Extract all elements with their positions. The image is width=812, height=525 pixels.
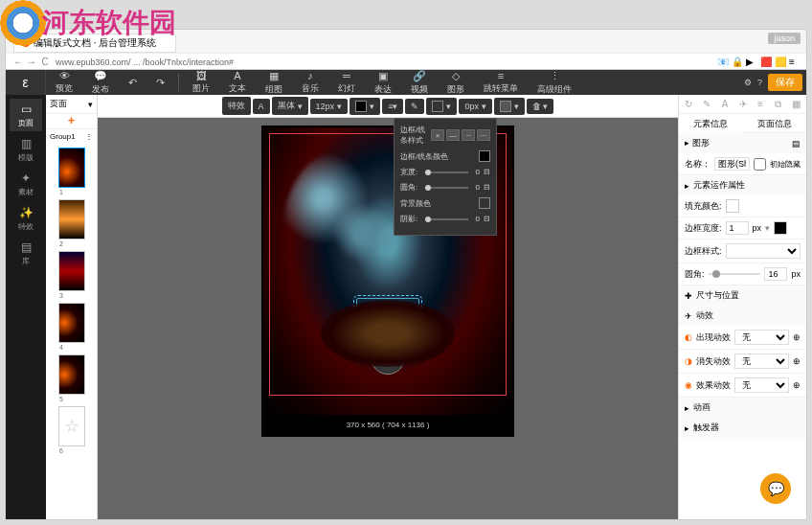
forward-button[interactable]: → <box>25 57 38 67</box>
page-thumb[interactable] <box>58 199 85 240</box>
radius-slider[interactable] <box>709 273 761 275</box>
tab-element-info[interactable]: 元素信息 <box>679 114 743 133</box>
list-icon[interactable]: ≡ <box>757 99 763 109</box>
insert-menu-button[interactable]: ≡跳转菜单 <box>474 70 528 95</box>
insert-video-button[interactable]: 🔗视频 <box>401 70 438 96</box>
add-icon[interactable]: ⊕ <box>793 380 801 390</box>
page-thumb[interactable] <box>58 148 85 188</box>
browser-tab[interactable]: 编辑版式文档 · 后台管理系统 <box>13 34 176 53</box>
border-style-select[interactable] <box>726 243 801 259</box>
add-icon[interactable]: ⊕ <box>793 332 801 342</box>
stepper-icon[interactable]: ⊟ <box>484 168 490 176</box>
ext-icon[interactable]: ▶ <box>746 57 757 68</box>
radius-input[interactable] <box>764 267 787 281</box>
align-button[interactable]: ≡▾ <box>382 99 403 114</box>
ext-icon[interactable]: 🟨 <box>775 57 786 68</box>
anim-hide-select[interactable]: 无 <box>734 354 789 369</box>
font-icon-button[interactable]: A <box>253 99 270 114</box>
rail-library[interactable]: ▤库 <box>10 237 42 269</box>
style-solid[interactable]: — <box>446 129 460 141</box>
insert-shape-button[interactable]: ◇图形 <box>438 70 474 96</box>
layer-button[interactable]: 🗑 ▾ <box>527 99 554 114</box>
stepper-icon[interactable]: ⊟ <box>484 215 490 223</box>
stepper-icon[interactable]: ⊟ <box>484 183 490 192</box>
reload-button[interactable]: C <box>38 57 52 67</box>
font-color[interactable]: ▾ <box>350 98 380 115</box>
section-shape[interactable]: ▸ 图形▤ <box>679 133 806 153</box>
insert-gallery-button[interactable]: ▦组图 <box>256 70 292 96</box>
back-button[interactable]: ← <box>11 57 25 67</box>
url-field[interactable]: www.epub360.com/ ... /book/Tnlxc/interac… <box>52 57 717 67</box>
stroke-color[interactable]: ▾ <box>426 98 457 115</box>
copy-icon[interactable]: ⧉ <box>775 99 781 110</box>
add-icon[interactable]: ⊕ <box>793 356 801 366</box>
ext-icon[interactable]: 🔒 <box>732 57 743 68</box>
page-thumb[interactable]: ☆ <box>58 406 85 446</box>
fill-swatch[interactable] <box>726 199 739 213</box>
text-icon[interactable]: A <box>722 99 729 109</box>
border-color-swatch[interactable] <box>774 221 787 235</box>
collapse-icon[interactable]: ▤ <box>792 139 801 148</box>
page-thumb[interactable] <box>58 303 85 343</box>
grid-icon[interactable]: ▦ <box>792 99 801 109</box>
insert-text-button[interactable]: A文本 <box>219 70 256 95</box>
rail-pages[interactable]: ▭页面 <box>10 99 42 131</box>
insert-advanced-button[interactable]: ⋮高级组件 <box>528 70 581 96</box>
refresh-icon[interactable]: ↻ <box>685 99 692 109</box>
edit-icon[interactable]: ✎ <box>703 99 710 109</box>
anim-fx-select[interactable]: 无 <box>734 377 789 393</box>
fingerprint-icon[interactable] <box>371 340 405 375</box>
tab-page-info[interactable]: 页面信息 <box>743 114 807 132</box>
font-size-select[interactable]: 12px ▾ <box>310 99 349 114</box>
width-slider[interactable] <box>425 171 467 173</box>
page-thumb[interactable] <box>58 354 85 395</box>
stroke-width[interactable]: 0px ▾ <box>459 99 492 114</box>
style-dotted[interactable]: ⋯ <box>477 129 490 141</box>
preview-button[interactable]: 👁预览 <box>46 70 82 95</box>
ext-icon[interactable]: 🟥 <box>760 57 772 68</box>
hidden-checkbox[interactable] <box>754 158 766 171</box>
section-size-pos[interactable]: ✚ 尺寸与位置 <box>679 285 806 306</box>
font-select[interactable]: 黑体 ▾ <box>272 97 308 115</box>
insert-image-button[interactable]: 🖼图片 <box>183 70 219 95</box>
anim-show-select[interactable]: 无 <box>734 330 789 345</box>
section-trigger[interactable]: ▸ 触发器 <box>679 418 806 438</box>
insert-slide-button[interactable]: ═幻灯 <box>328 70 365 95</box>
thumb-mode-select[interactable]: 页面▾ <box>46 95 97 114</box>
color-swatch[interactable] <box>479 150 490 162</box>
style-dashed[interactable]: ┄ <box>462 129 475 141</box>
insert-music-button[interactable]: ♪音乐 <box>292 70 328 95</box>
rail-templates[interactable]: ▥模版 <box>10 133 42 166</box>
chat-fab[interactable]: 💬 <box>760 473 791 504</box>
name-input[interactable] <box>714 157 750 171</box>
ext-icon[interactable]: 📧 <box>717 57 729 68</box>
rail-effects[interactable]: ✨特效 <box>10 202 42 235</box>
send-icon[interactable]: ✈ <box>739 99 747 109</box>
cta-button-element[interactable]: 长按进入 <box>356 298 419 319</box>
undo-button[interactable]: ↶ <box>119 77 147 89</box>
redo-button[interactable]: ↷ <box>147 77 174 89</box>
help-button[interactable]: ? <box>757 78 762 87</box>
group-label[interactable]: Group1⋮ <box>46 129 97 144</box>
add-page-button[interactable]: + <box>46 114 97 129</box>
settings-button[interactable]: ⚙ <box>744 78 752 87</box>
save-button[interactable]: 保存 <box>768 74 802 91</box>
radius-slider[interactable] <box>425 187 467 189</box>
brand-icon[interactable]: ε <box>6 70 46 95</box>
section-runtime[interactable]: ▸ 元素运作属性 <box>679 175 806 195</box>
page-thumb[interactable] <box>58 251 85 291</box>
insert-form-button[interactable]: ▣表达 <box>365 70 401 96</box>
fx-button[interactable]: 特效 <box>222 97 251 115</box>
user-badge[interactable]: jason <box>768 33 801 44</box>
close-icon[interactable]: × <box>431 129 444 141</box>
ext-icon[interactable]: ≡ <box>789 57 801 68</box>
section-anim[interactable]: ▸ 动画 <box>679 398 806 418</box>
fill-color[interactable]: ▾ <box>494 98 525 115</box>
chevron-down-icon[interactable]: ▾ <box>765 223 770 233</box>
publish-button[interactable]: 💬发布 <box>82 70 119 96</box>
rail-assets[interactable]: ✦素材 <box>10 168 42 200</box>
stroke-tool[interactable]: ✎ <box>405 99 424 114</box>
shadow-slider[interactable] <box>425 218 467 220</box>
border-width-input[interactable] <box>726 221 749 235</box>
section-motion[interactable]: ✈ 动效 <box>679 306 806 326</box>
